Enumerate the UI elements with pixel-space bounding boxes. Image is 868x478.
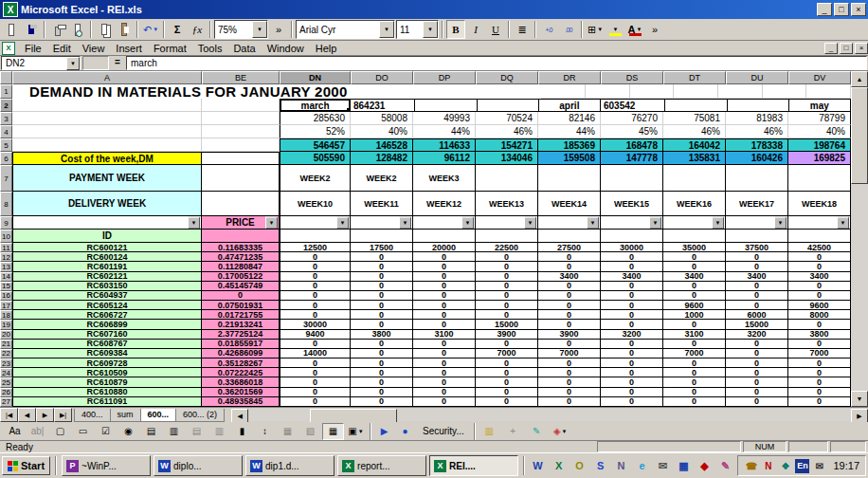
demand-value-cell[interactable]: 0	[788, 291, 851, 301]
demand-value-cell[interactable]: 0	[601, 377, 663, 387]
cost-of-week-label[interactable]: Cost of the week,DM	[12, 152, 202, 165]
sheet-cell[interactable]	[726, 165, 788, 192]
material-id-cell[interactable]: RC604937	[12, 291, 202, 301]
scroll-right-button[interactable]: ▶	[851, 409, 868, 423]
price-cell[interactable]: 2.37725124	[202, 330, 280, 340]
filter-dropdown-week[interactable]: ▼	[649, 216, 661, 229]
filter-dropdown-week[interactable]: ▼	[336, 216, 349, 229]
demand-value-cell[interactable]: 0	[476, 252, 538, 262]
sheet-cell[interactable]: 198764	[788, 138, 851, 152]
shield-quick-icon[interactable]: ◆	[696, 458, 713, 474]
increase-decimal-button[interactable]: +.0	[539, 20, 558, 39]
demand-value-cell[interactable]: 0	[726, 291, 788, 301]
demand-value-cell[interactable]: 0	[726, 368, 788, 377]
demand-value-cell[interactable]: 0	[601, 358, 663, 368]
price-cell[interactable]: 0.01721755	[202, 310, 280, 320]
row-header-16[interactable]: 16	[0, 291, 12, 301]
demand-value-cell[interactable]: 37500	[726, 243, 788, 252]
sheet-cell[interactable]	[478, 99, 539, 112]
demand-value-cell[interactable]: 0	[663, 397, 726, 407]
sheet-cell[interactable]: 154271	[476, 138, 538, 152]
demand-value-cell[interactable]: 0	[538, 320, 601, 329]
sheet-cell[interactable]	[718, 84, 763, 99]
row-header-25[interactable]: 25	[0, 377, 12, 387]
demand-value-cell[interactable]: 0	[413, 349, 476, 358]
price-cell[interactable]: 0.11683335	[202, 243, 280, 252]
autosum-button[interactable]: Σ	[168, 20, 187, 39]
demand-value-cell[interactable]: 0	[538, 262, 601, 271]
row-header-6[interactable]: 6	[0, 152, 12, 165]
task-button-dip1-d-[interactable]: Wdip1.d...	[245, 455, 335, 476]
menu-format[interactable]: Format	[148, 43, 192, 54]
run-dialog-icon[interactable]: ▣▼	[345, 423, 367, 440]
demand-value-cell[interactable]: 30000	[280, 320, 351, 329]
demand-value-cell[interactable]: 3400	[726, 272, 788, 282]
last-sheet-button[interactable]: ▶|	[54, 408, 72, 422]
demand-value-cell[interactable]: 0	[413, 358, 476, 368]
demand-value-cell[interactable]: 15000	[726, 320, 788, 329]
column-header-dp[interactable]: DP	[413, 71, 476, 84]
demand-value-cell[interactable]: 0	[538, 340, 601, 349]
row-header-11[interactable]: 11	[0, 243, 12, 252]
sheet-cell[interactable]: 46%	[476, 125, 538, 138]
schedule-quick-icon[interactable]: O	[571, 458, 588, 474]
checkbox-icon[interactable]: ☑	[95, 423, 117, 440]
sheet-cell[interactable]	[728, 99, 789, 112]
price-cell[interactable]: 0.36201569	[202, 388, 280, 397]
demand-value-cell[interactable]: 0	[663, 291, 726, 301]
sheet-cell[interactable]: WEEK16	[663, 192, 726, 216]
scroll-left-button[interactable]: ◀	[231, 409, 248, 423]
vertical-scrollbar[interactable]: ▲ ▼	[851, 71, 868, 407]
demand-value-cell[interactable]: 3100	[663, 330, 726, 340]
design-mode-icon[interactable]: ✎	[526, 423, 548, 440]
menu-help[interactable]: Help	[310, 43, 343, 54]
material-id-cell[interactable]: RC609728	[12, 358, 202, 368]
demand-value-cell[interactable]: 0	[280, 252, 351, 262]
sheet-cell[interactable]: 160426	[726, 152, 788, 165]
material-id-cell[interactable]: RC603150	[12, 282, 202, 291]
demand-value-cell[interactable]: 3900	[476, 330, 538, 340]
more-buttons-chevron[interactable]: »	[269, 20, 288, 39]
sheet-cell[interactable]: 178338	[726, 138, 788, 152]
security-button[interactable]: Security...	[416, 424, 471, 439]
sheet-cell[interactable]: ▼	[413, 216, 476, 230]
demand-value-cell[interactable]: 0	[476, 397, 538, 407]
dialer-tray-icon[interactable]: ☎	[744, 459, 758, 473]
internet-explorer-quick-icon[interactable]: e	[634, 458, 650, 474]
menu-insert[interactable]: Insert	[110, 43, 148, 54]
font-color-button[interactable]: A▼	[625, 20, 644, 39]
demand-value-cell[interactable]: 0	[476, 368, 538, 377]
workbook-minimize-button[interactable]: _	[824, 43, 838, 54]
paste-button[interactable]	[115, 20, 134, 39]
demand-value-cell[interactable]: 0	[413, 301, 476, 310]
demand-value-cell[interactable]: 0	[476, 377, 538, 387]
sheet-cell[interactable]: 96112	[413, 152, 476, 165]
row-header-13[interactable]: 13	[0, 262, 12, 271]
row-header-27[interactable]: 27	[0, 397, 12, 407]
demand-value-cell[interactable]: 0	[538, 310, 601, 320]
demand-value-cell[interactable]: 9600	[788, 301, 851, 310]
row-header-21[interactable]: 21	[0, 340, 12, 349]
sheet-cell[interactable]: 40%	[788, 125, 851, 138]
demand-value-cell[interactable]: 0	[663, 252, 726, 262]
sheet-cell[interactable]: 75081	[663, 112, 726, 125]
demand-value-cell[interactable]: 8000	[788, 310, 851, 320]
sheet-tab-400-[interactable]: 400...	[74, 409, 111, 422]
demand-value-cell[interactable]: 3200	[726, 330, 788, 340]
sheet-cell[interactable]: 52%	[280, 125, 351, 138]
sheet-cell[interactable]: 45%	[601, 125, 663, 138]
menu-view[interactable]: View	[77, 43, 111, 54]
demand-value-cell[interactable]: 3900	[538, 330, 601, 340]
sheet-cell[interactable]	[601, 165, 663, 192]
demand-value-cell[interactable]: 1000	[663, 310, 726, 320]
demand-value-cell[interactable]: 0	[280, 310, 351, 320]
sheet-cell[interactable]: 40%	[351, 125, 413, 138]
filter-dropdown-week[interactable]: ▼	[837, 216, 849, 229]
print-preview-button[interactable]	[68, 20, 87, 39]
italic-button[interactable]: I	[466, 20, 485, 39]
spinner-icon[interactable]: ↕	[254, 423, 276, 440]
sheet-cell[interactable]: ▼	[726, 216, 788, 230]
sheet-cell[interactable]: WEEK12	[413, 192, 476, 216]
scrollbar-icon[interactable]: ▮	[231, 423, 253, 440]
sheet-cell[interactable]: WEEK10	[280, 192, 351, 216]
